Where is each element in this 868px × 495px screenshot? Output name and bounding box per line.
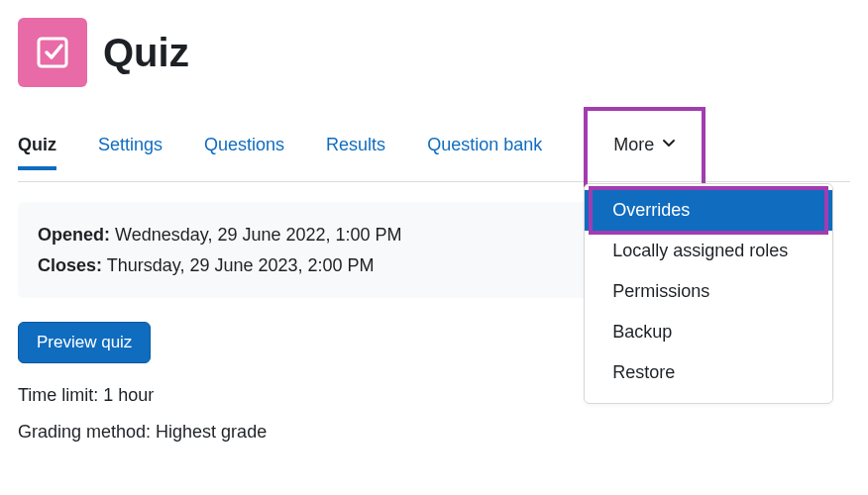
dropdown-item-label: Backup: [612, 322, 672, 342]
svg-rect-0: [39, 39, 66, 66]
dropdown-item-permissions[interactable]: Permissions: [585, 271, 832, 312]
tab-more-label: More: [613, 135, 654, 155]
dropdown-item-restore[interactable]: Restore: [585, 352, 832, 393]
preview-quiz-button[interactable]: Preview quiz: [18, 322, 151, 363]
dropdown-item-label: Locally assigned roles: [612, 241, 788, 260]
grading-method-text: Grading method: Highest grade: [18, 422, 850, 443]
quiz-timing-info: Opened: Wednesday, 29 June 2022, 1:00 PM…: [18, 202, 602, 298]
page-title: Quiz: [103, 31, 189, 75]
closes-label: Closes:: [38, 255, 102, 275]
dropdown-item-label: Permissions: [612, 281, 709, 301]
closes-line: Closes: Thursday, 29 June 2023, 2:00 PM: [38, 250, 583, 281]
dropdown-item-overrides[interactable]: Overrides: [585, 190, 832, 231]
tab-bar: Quiz Settings Questions Results Question…: [18, 109, 850, 182]
dropdown-item-locally-assigned-roles[interactable]: Locally assigned roles: [585, 231, 832, 271]
page-root: Quiz Quiz Settings Questions Results Que…: [0, 0, 868, 495]
tab-quiz[interactable]: Quiz: [18, 121, 56, 169]
tab-settings[interactable]: Settings: [98, 121, 163, 169]
tab-label: Questions: [204, 135, 284, 154]
tab-label: Quiz: [18, 135, 56, 154]
tab-label: Results: [326, 135, 385, 154]
tab-more-container: More Overrides Locally assigned roles Pe…: [584, 109, 705, 181]
page-header: Quiz: [18, 18, 850, 87]
opened-line: Opened: Wednesday, 29 June 2022, 1:00 PM: [38, 220, 583, 250]
tab-label: Question bank: [427, 135, 542, 154]
tab-questions[interactable]: Questions: [204, 121, 284, 169]
dropdown-item-label: Overrides: [612, 200, 690, 220]
tab-more[interactable]: More: [584, 109, 705, 181]
button-label: Preview quiz: [37, 333, 132, 351]
closes-value: Thursday, 29 June 2023, 2:00 PM: [107, 255, 375, 275]
dropdown-item-backup[interactable]: Backup: [585, 312, 832, 352]
chevron-down-icon: [662, 135, 676, 155]
opened-value: Wednesday, 29 June 2022, 1:00 PM: [115, 225, 402, 245]
opened-label: Opened:: [38, 225, 110, 245]
tab-results[interactable]: Results: [326, 121, 385, 169]
dropdown-item-label: Restore: [612, 362, 675, 382]
tab-question-bank[interactable]: Question bank: [427, 121, 542, 169]
more-dropdown: Overrides Locally assigned roles Permiss…: [584, 183, 833, 404]
tab-label: Settings: [98, 135, 163, 154]
quiz-icon: [18, 18, 87, 87]
